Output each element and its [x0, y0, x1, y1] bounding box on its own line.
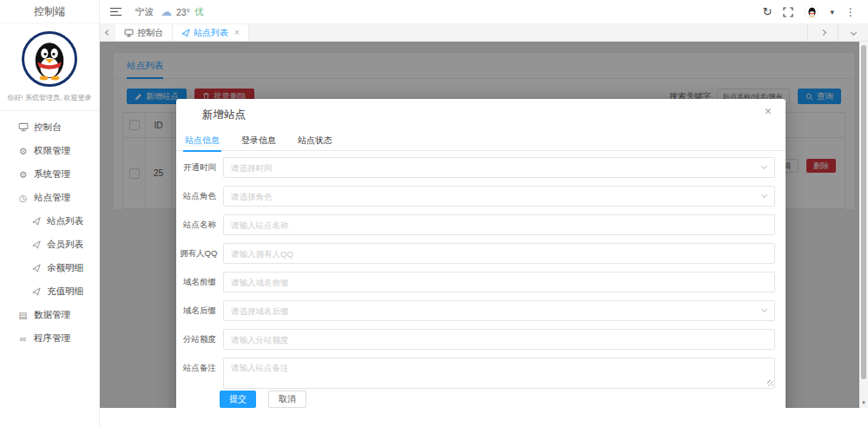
form-row: 域名前缀 [176, 272, 786, 292]
sidebar-item-label: 充值明细 [47, 286, 83, 298]
data-grid-icon: ▤ [16, 310, 30, 320]
sidebar-item-label: 站点列表 [47, 215, 83, 227]
field-label: 站点名称 [180, 214, 216, 235]
form-row: 域名后缀 [176, 300, 786, 321]
plane-icon [30, 217, 43, 226]
form-row: 站点名称 [176, 214, 786, 235]
sidebar-item-console[interactable]: 控制台 [0, 115, 99, 139]
field-label: 站点角色 [180, 186, 216, 207]
weather-temperature: 23° [176, 7, 190, 17]
page-tabbar: 控制台 站点列表 × [100, 24, 868, 42]
sidebar-item-label: 程序管理 [34, 332, 70, 345]
form-row: 分站额度 [176, 329, 786, 350]
gear-icon: ⚙ [16, 146, 30, 156]
plane-icon [181, 29, 190, 37]
form-row: 拥有人QQ [176, 243, 786, 264]
sidebar-title: 控制端 [0, 0, 99, 23]
form-row: 站点角色 [176, 186, 786, 207]
monitor-icon [124, 29, 134, 37]
tabs-scroll-left-icon[interactable] [100, 24, 115, 41]
monitor-icon [16, 122, 30, 132]
field-label: 域名后缀 [180, 300, 216, 321]
menu-toggle-icon[interactable] [110, 8, 122, 16]
sidebar-item-label: 余额明细 [47, 262, 83, 274]
sidebar-item-label: 权限管理 [34, 145, 70, 157]
scrollbar-down-arrow-icon[interactable]: ▾ [859, 399, 868, 406]
tabs-dropdown-icon[interactable] [838, 24, 868, 41]
air-quality-badge: 优 [194, 6, 204, 18]
sidebar-item-program-management[interactable]: ∞ 程序管理 [0, 326, 99, 350]
tabs-scroll-right-icon[interactable] [807, 24, 838, 41]
sidebar-item-balance-detail[interactable]: 余额明细 [0, 256, 99, 279]
tab-console[interactable]: 控制台 [115, 24, 173, 41]
sidebar-item-label: 控制台 [34, 122, 62, 134]
sidebar-item-site-list[interactable]: 站点列表 [0, 209, 99, 233]
sidebar-item-member-list[interactable]: 会员列表 [0, 233, 99, 256]
cloud-icon: ☁ [161, 5, 172, 18]
branch-quota-input[interactable] [223, 329, 775, 350]
add-site-form: 开通时间 站点角色 站点名称 拥有人QQ [176, 157, 786, 397]
sidebar-item-label: 系统管理 [34, 168, 70, 181]
tab-site-list[interactable]: 站点列表 × [173, 24, 249, 41]
site-name-input[interactable] [223, 214, 775, 235]
add-site-modal: 新增站点 × 站点信息 登录信息 站点状态 开通时间 站点角色 [176, 99, 786, 427]
welcome-text: 你好! 系统管理员, 欢迎登录 [0, 93, 99, 102]
owner-qq-input[interactable] [223, 243, 775, 264]
tab-site-status[interactable]: 站点状态 [296, 134, 334, 151]
header-controls: ↻ ▾ ⋮ [763, 5, 856, 19]
refresh-icon[interactable]: ↻ [763, 6, 773, 17]
form-row: 开通时间 [176, 157, 786, 178]
site-remark-textarea[interactable] [223, 358, 775, 389]
infinity-icon: ∞ [16, 333, 30, 344]
top-header: 宁波 ☁ 23° 优 ↻ ▾ ⋮ [100, 0, 868, 24]
open-time-select[interactable] [223, 157, 775, 178]
domain-suffix-select[interactable] [223, 300, 775, 321]
tab-label: 站点列表 [194, 27, 228, 39]
field-label: 站点备注 [180, 358, 216, 378]
admin-app: 控制端 你好! 系统管理员, 欢迎登录 [0, 0, 868, 427]
fullscreen-icon[interactable] [783, 7, 793, 17]
submit-button[interactable]: 提交 [220, 391, 256, 408]
modal-buttons: 提交 取消 [220, 391, 306, 408]
clock-icon: ◷ [16, 193, 30, 203]
weather-city: 宁波 [135, 6, 154, 18]
tab-site-info[interactable]: 站点信息 [183, 134, 221, 151]
user-avatar[interactable] [805, 5, 819, 19]
chevron-down-icon[interactable]: ▾ [830, 8, 834, 16]
plane-icon [30, 264, 43, 273]
penguin-logo-icon [27, 36, 72, 82]
sidebar-item-permissions[interactable]: ⚙ 权限管理 [0, 139, 99, 162]
plane-icon [30, 240, 43, 249]
site-role-select[interactable] [223, 186, 775, 207]
field-label: 域名前缀 [180, 272, 216, 292]
close-icon[interactable]: × [765, 105, 772, 117]
sidebar-item-site-management[interactable]: ◷ 站点管理 [0, 186, 99, 209]
bottom-strip [100, 408, 868, 427]
sidebar-item-recharge-detail[interactable]: 充值明细 [0, 279, 99, 303]
sidebar-item-label: 会员列表 [47, 239, 83, 251]
sidebar-item-system[interactable]: ⚙ 系统管理 [0, 162, 99, 186]
cancel-button[interactable]: 取消 [268, 391, 306, 408]
sidebar-item-label: 站点管理 [34, 192, 70, 204]
modal-tabs: 站点信息 登录信息 站点状态 [176, 134, 786, 151]
tab-close-icon[interactable]: × [234, 29, 240, 37]
tabbar-controls [807, 24, 868, 41]
plane-icon [30, 287, 43, 296]
form-row: 站点备注 [176, 358, 786, 389]
field-label: 开通时间 [180, 157, 216, 178]
vertical-scrollbar[interactable]: ▾ [859, 42, 868, 408]
resize-grip[interactable] [767, 380, 773, 386]
field-label: 拥有人QQ [180, 243, 216, 264]
domain-prefix-input[interactable] [223, 272, 775, 292]
scrollbar-thumb[interactable] [861, 45, 866, 379]
modal-title: 新增站点 [202, 108, 246, 122]
sidebar: 控制端 你好! 系统管理员, 欢迎登录 [0, 0, 100, 427]
field-label: 分站额度 [180, 329, 216, 350]
more-options-icon[interactable]: ⋮ [845, 6, 856, 18]
avatar [22, 31, 77, 87]
profile-panel: 你好! 系统管理员, 欢迎登录 [0, 23, 99, 111]
sidebar-item-label: 数据管理 [34, 309, 70, 321]
sidebar-menu: 控制台 ⚙ 权限管理 ⚙ 系统管理 ◷ 站点管理 站点列表 [0, 111, 99, 350]
sidebar-item-data-management[interactable]: ▤ 数据管理 [0, 303, 99, 326]
tab-login-info[interactable]: 登录信息 [240, 134, 278, 151]
